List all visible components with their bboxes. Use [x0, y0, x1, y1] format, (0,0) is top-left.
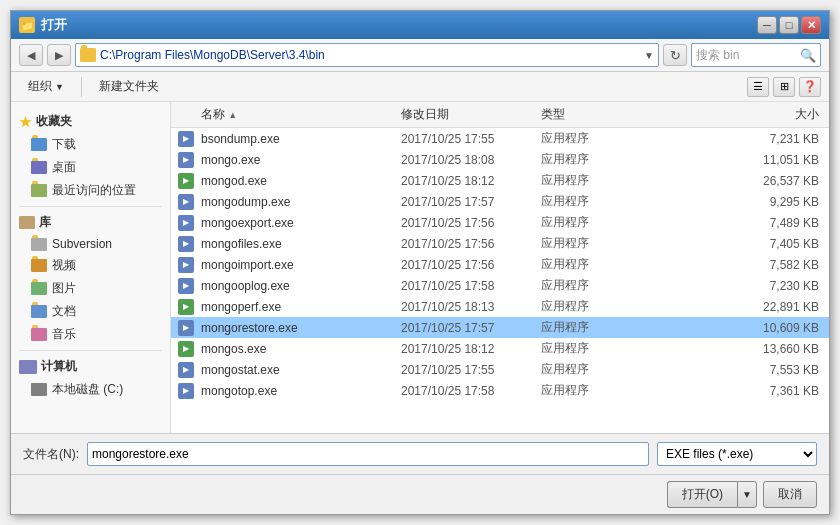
sidebar-item-label-music: 音乐 — [52, 326, 76, 343]
computer-header[interactable]: 计算机 — [11, 355, 170, 378]
sidebar-item-label-desktop: 桌面 — [52, 159, 76, 176]
file-date: 2017/10/25 18:13 — [401, 300, 541, 314]
sidebar-item-local-disk[interactable]: 本地磁盘 (C:) — [11, 378, 170, 401]
table-row[interactable]: ▶mongo.exe2017/10/25 18:08应用程序11,051 KB — [171, 149, 829, 170]
file-size: 13,660 KB — [671, 342, 829, 356]
window-controls: ─ □ ✕ — [757, 16, 821, 34]
file-type: 应用程序 — [541, 151, 671, 168]
file-name: mongodump.exe — [201, 195, 401, 209]
favorites-section: ★ 收藏夹 下载 桌面 最近访问的位置 — [11, 110, 170, 202]
col-header-size[interactable]: 大小 — [671, 106, 829, 123]
table-row[interactable]: ▶mongoimport.exe2017/10/25 17:56应用程序7,58… — [171, 254, 829, 275]
table-row[interactable]: ▶mongostat.exe2017/10/25 17:55应用程序7,553 … — [171, 359, 829, 380]
sidebar-item-label-download: 下载 — [52, 136, 76, 153]
file-date: 2017/10/25 17:56 — [401, 216, 541, 230]
sidebar-item-subversion[interactable]: Subversion — [11, 234, 170, 254]
desktop-folder-icon — [31, 161, 47, 174]
document-icon — [31, 305, 47, 318]
file-size: 7,231 KB — [671, 132, 829, 146]
sidebar-item-label-document: 文档 — [52, 303, 76, 320]
organize-button[interactable]: 组织 ▼ — [19, 75, 73, 98]
table-row[interactable]: ▶mongotop.exe2017/10/25 17:58应用程序7,361 K… — [171, 380, 829, 401]
cancel-button[interactable]: 取消 — [763, 481, 817, 508]
table-row[interactable]: ▶mongofiles.exe2017/10/25 17:56应用程序7,405… — [171, 233, 829, 254]
file-icon-wrapper: ▶ — [171, 299, 201, 315]
file-size: 7,405 KB — [671, 237, 829, 251]
table-row[interactable]: ▶mongod.exe2017/10/25 18:12应用程序26,537 KB — [171, 170, 829, 191]
back-button[interactable]: ◀ — [19, 44, 43, 66]
file-name: mongostat.exe — [201, 363, 401, 377]
filename-input[interactable] — [87, 442, 649, 466]
file-icon: ▶ — [178, 131, 194, 147]
open-button[interactable]: 打开(O) — [667, 481, 737, 508]
file-date: 2017/10/25 17:56 — [401, 258, 541, 272]
sidebar-item-document[interactable]: 文档 — [11, 300, 170, 323]
file-icon: ▶ — [178, 278, 194, 294]
organize-label: 组织 — [28, 78, 52, 95]
forward-button[interactable]: ▶ — [47, 44, 71, 66]
address-folder-icon — [80, 48, 96, 62]
computer-label: 计算机 — [41, 358, 77, 375]
sidebar-item-music[interactable]: 音乐 — [11, 323, 170, 346]
table-row[interactable]: ▶mongoperf.exe2017/10/25 18:13应用程序22,891… — [171, 296, 829, 317]
file-date: 2017/10/25 17:55 — [401, 132, 541, 146]
file-size: 7,230 KB — [671, 279, 829, 293]
sidebar-item-desktop[interactable]: 桌面 — [11, 156, 170, 179]
file-icon-wrapper: ▶ — [171, 152, 201, 168]
open-dialog: 📁 打开 ─ □ ✕ ◀ ▶ C:\Program Files\MongoDB\… — [10, 10, 830, 515]
sidebar-item-download[interactable]: 下载 — [11, 133, 170, 156]
table-row[interactable]: ▶mongoexport.exe2017/10/25 17:56应用程序7,48… — [171, 212, 829, 233]
computer-icon — [19, 360, 37, 374]
table-row[interactable]: ▶mongodump.exe2017/10/25 17:57应用程序9,295 … — [171, 191, 829, 212]
minimize-button[interactable]: ─ — [757, 16, 777, 34]
file-icon: ▶ — [178, 383, 194, 399]
table-row[interactable]: ▶mongooplog.exe2017/10/25 17:58应用程序7,230… — [171, 275, 829, 296]
col-header-date[interactable]: 修改日期 — [401, 106, 541, 123]
file-size: 7,489 KB — [671, 216, 829, 230]
file-icon: ▶ — [178, 362, 194, 378]
filetype-select[interactable]: EXE files (*.exe) — [657, 442, 817, 466]
refresh-button[interactable]: ↻ — [663, 44, 687, 66]
file-icon: ▶ — [178, 257, 194, 273]
table-row[interactable]: ▶mongos.exe2017/10/25 18:12应用程序13,660 KB — [171, 338, 829, 359]
organize-dropdown-icon: ▼ — [55, 82, 64, 92]
filename-label: 文件名(N): — [23, 446, 79, 463]
file-name: mongooplog.exe — [201, 279, 401, 293]
library-header[interactable]: 库 — [11, 211, 170, 234]
search-icon[interactable]: 🔍 — [800, 48, 816, 63]
address-text[interactable]: C:\Program Files\MongoDB\Server\3.4\bin — [100, 48, 644, 62]
file-type: 应用程序 — [541, 382, 671, 399]
col-type-label: 类型 — [541, 107, 565, 121]
view-details-button[interactable]: ⊞ — [773, 77, 795, 97]
file-name: mongoexport.exe — [201, 216, 401, 230]
maximize-button[interactable]: □ — [779, 16, 799, 34]
file-type: 应用程序 — [541, 319, 671, 336]
table-row[interactable]: ▶mongorestore.exe2017/10/25 17:57应用程序10,… — [171, 317, 829, 338]
new-folder-button[interactable]: 新建文件夹 — [90, 75, 168, 98]
address-dropdown-icon[interactable]: ▼ — [644, 50, 654, 61]
address-bar: ◀ ▶ C:\Program Files\MongoDB\Server\3.4\… — [11, 39, 829, 72]
file-icon-wrapper: ▶ — [171, 383, 201, 399]
view-icons-button[interactable]: ❓ — [799, 77, 821, 97]
col-header-name[interactable]: 名称 ▲ — [171, 106, 401, 123]
view-list-button[interactable]: ☰ — [747, 77, 769, 97]
table-row[interactable]: ▶bsondump.exe2017/10/25 17:55应用程序7,231 K… — [171, 128, 829, 149]
file-type: 应用程序 — [541, 214, 671, 231]
sidebar-item-label-recent: 最近访问的位置 — [52, 182, 136, 199]
sidebar-item-label-localdisk: 本地磁盘 (C:) — [52, 381, 123, 398]
file-icon: ▶ — [178, 236, 194, 252]
sidebar-item-video[interactable]: 视频 — [11, 254, 170, 277]
file-name: mongotop.exe — [201, 384, 401, 398]
open-dropdown-button[interactable]: ▼ — [737, 481, 757, 508]
close-button[interactable]: ✕ — [801, 16, 821, 34]
sidebar-item-recent[interactable]: 最近访问的位置 — [11, 179, 170, 202]
file-list: 名称 ▲ 修改日期 类型 大小 ▶bsondump.exe2017/10/25 … — [171, 102, 829, 433]
favorites-header[interactable]: ★ 收藏夹 — [11, 110, 170, 133]
new-folder-label: 新建文件夹 — [99, 78, 159, 95]
file-type: 应用程序 — [541, 361, 671, 378]
file-name: bsondump.exe — [201, 132, 401, 146]
download-folder-icon — [31, 138, 47, 151]
favorites-label: 收藏夹 — [36, 113, 72, 130]
col-header-type[interactable]: 类型 — [541, 106, 671, 123]
sidebar-item-picture[interactable]: 图片 — [11, 277, 170, 300]
